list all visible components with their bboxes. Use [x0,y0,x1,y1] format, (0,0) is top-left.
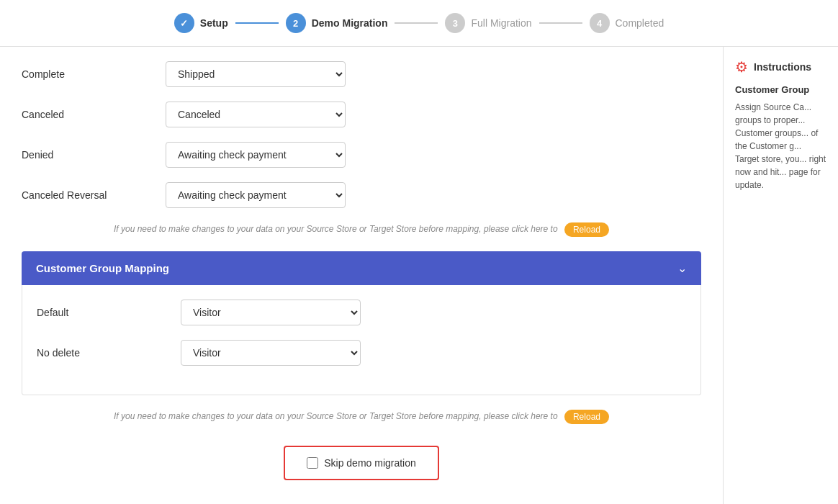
chevron-down-icon: ⌄ [677,261,687,275]
step-setup: ✓ Setup [174,13,228,33]
step-circle-full: 3 [445,13,465,33]
step-label-demo: Demo Migration [312,17,388,29]
select-canceled-reversal[interactable]: Awaiting check payment Shipped Canceled … [166,182,346,208]
step-circle-setup: ✓ [174,13,194,33]
select-canceled[interactable]: Canceled Shipped Awaiting check payment … [166,102,346,127]
info-text-2: If you need to make changes to your data… [22,410,701,424]
sidebar-text: Assign Source Ca... groups to proper... … [735,101,826,192]
reload-button-2[interactable]: Reload [564,410,609,424]
form-row-denied: Denied Awaiting check payment Shipped Ca… [22,142,701,168]
step-demo-migration: 2 Demo Migration [286,13,388,33]
skip-migration-checkbox[interactable] [307,457,318,469]
skip-migration-box: Skip demo migration [284,446,439,480]
step-full-migration: 3 Full Migration [445,13,531,33]
reload-button-1[interactable]: Reload [564,222,609,237]
sidebar: ⚙ Instructions Customer Group Assign Sou… [723,47,838,504]
sidebar-section-title: Customer Group [735,84,826,95]
label-no-delete: No delete [37,347,181,359]
customer-group-header[interactable]: Customer Group Mapping ⌄ [22,251,701,285]
step-label-full: Full Migration [471,17,531,29]
main-layout: Complete Shipped Canceled Awaiting check… [0,47,838,504]
step-line-1 [235,22,279,24]
step-line-2 [395,22,438,24]
label-complete: Complete [22,68,166,80]
form-row-canceled: Canceled Canceled Shipped Awaiting check… [22,102,701,127]
stepper: ✓ Setup 2 Demo Migration 3 Full Migratio… [0,0,838,47]
label-default: Default [37,307,181,318]
label-canceled-reversal: Canceled Reversal [22,189,166,201]
label-canceled: Canceled [22,109,166,120]
step-circle-completed: 4 [590,13,610,33]
form-row-default: Default Visitor Default Wholesale Retail [37,300,686,325]
form-row-no-delete: No delete Visitor Default Wholesale Reta… [37,340,686,366]
label-denied: Denied [22,149,166,161]
customer-group-section: Customer Group Mapping ⌄ Default Visitor… [22,251,701,395]
form-row-canceled-reversal: Canceled Reversal Awaiting check payment… [22,182,701,208]
select-complete[interactable]: Shipped Canceled Awaiting check payment … [166,61,346,87]
form-row-complete: Complete Shipped Canceled Awaiting check… [22,61,701,87]
step-line-3 [539,22,582,24]
sidebar-header: ⚙ Instructions [735,58,826,76]
skip-demo-wrapper: Skip demo migration [22,438,701,495]
content-area: Complete Shipped Canceled Awaiting check… [0,47,723,504]
select-denied[interactable]: Awaiting check payment Shipped Canceled … [166,142,346,168]
select-no-delete[interactable]: Visitor Default Wholesale Retail [181,340,361,366]
step-circle-demo: 2 [286,13,306,33]
instructions-icon: ⚙ [735,58,748,76]
step-label-completed: Completed [616,17,664,29]
step-label-setup: Setup [200,17,228,29]
select-default[interactable]: Visitor Default Wholesale Retail [181,300,361,325]
sidebar-title: Instructions [754,61,811,73]
step-completed: 4 Completed [590,13,664,33]
skip-migration-label: Skip demo migration [324,457,416,469]
info-text-1: If you need to make changes to your data… [22,222,701,237]
customer-group-body: Default Visitor Default Wholesale Retail… [22,285,701,395]
customer-group-title: Customer Group Mapping [36,262,169,274]
